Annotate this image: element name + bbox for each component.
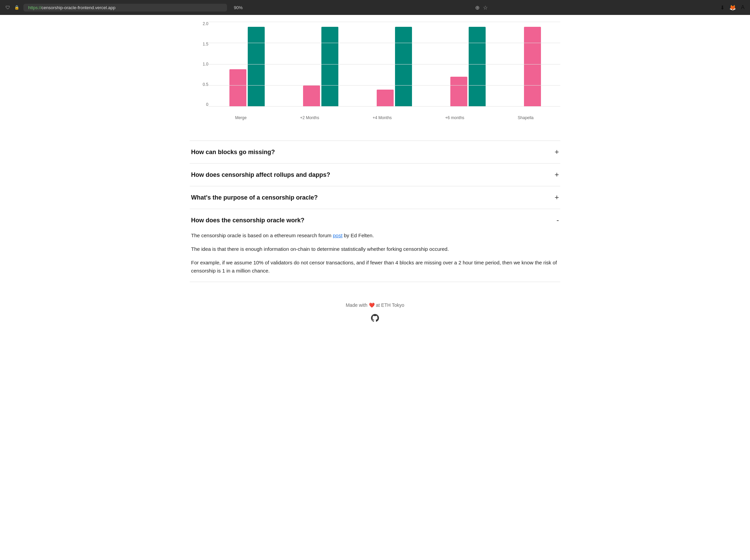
faq-section: How can blocks go missing? + How does ce…	[190, 141, 560, 282]
y-label-0: 0	[190, 102, 208, 107]
translate-button[interactable]: A	[741, 4, 745, 11]
github-icon	[370, 313, 380, 323]
browser-right-icons: ⬇ 🦊 A	[720, 4, 745, 11]
faq-answer-para-2: The idea is that there is enough informa…	[191, 245, 559, 253]
chart-section: 0 0.5 1.0 1.5 2.0	[190, 15, 560, 134]
y-axis: 0 0.5 1.0 1.5 2.0	[190, 22, 208, 107]
y-label-10: 1.0	[190, 62, 208, 66]
x-label-merge: Merge	[235, 115, 247, 120]
at-label: at ETH Tokyo	[376, 302, 405, 308]
faq-answer-para-3: For example, if we assume 10% of validat…	[191, 259, 559, 275]
bar-6months-teal	[469, 27, 486, 107]
faq-toggle-3[interactable]: +	[555, 194, 559, 201]
faq-toggle-1[interactable]: +	[555, 148, 559, 156]
faq-answer-para-1: The censorship oracle is based on a ethe…	[191, 231, 559, 240]
bar-4months-pink	[377, 90, 394, 107]
x-label-4months: +4 Months	[373, 115, 392, 120]
faq-question-4: How does the censorship oracle work?	[191, 217, 304, 224]
chart-group-6months	[450, 27, 486, 107]
x-label-shapella: Shapella	[518, 115, 534, 120]
shield-icon: 🛡	[5, 5, 10, 10]
bar-merge-pink	[229, 69, 246, 107]
lock-icon: 🔒	[14, 5, 19, 10]
bar-pair-6months	[450, 27, 486, 107]
url-bar[interactable]: https://censorship-oracle-frontend.verce…	[23, 4, 227, 12]
faq-answer-4: The censorship oracle is based on a ethe…	[190, 231, 560, 282]
y-label-20: 2.0	[190, 22, 208, 26]
chart-group-merge	[229, 27, 265, 107]
faq-header-4[interactable]: How does the censorship oracle work? -	[190, 209, 560, 231]
y-label-15: 1.5	[190, 42, 208, 46]
bar-merge-teal	[248, 27, 265, 107]
url-domain: censorship-oracle-frontend.vercel.app	[41, 5, 115, 10]
faq-toggle-4[interactable]: -	[557, 217, 559, 224]
bar-pair-merge	[229, 27, 265, 107]
zoom-level: 90%	[234, 5, 243, 10]
faq-item-2: How does censorship affect rollups and d…	[190, 164, 560, 186]
chart-group-4months	[377, 27, 412, 107]
bar-pair-shapella	[524, 27, 541, 107]
download-icon[interactable]: ⬇	[720, 4, 725, 11]
made-with-label: Made with	[346, 302, 368, 308]
footer: Made with ❤️ at ETH Tokyo	[190, 282, 560, 338]
bar-2months-pink	[303, 86, 320, 107]
faq-header-3[interactable]: What's the purpose of a censorship oracl…	[190, 186, 560, 209]
faq-question-3: What's the purpose of a censorship oracl…	[191, 194, 318, 201]
post-link[interactable]: post	[333, 232, 342, 238]
bar-4months-teal	[395, 27, 412, 107]
bar-pair-4months	[377, 27, 412, 107]
bar-pair-2months	[303, 27, 338, 107]
bar-2months-teal	[321, 27, 338, 107]
github-link[interactable]	[370, 313, 380, 324]
faq-item-4: How does the censorship oracle work? - T…	[190, 209, 560, 282]
x-label-6months: +6 months	[445, 115, 464, 120]
faq-question-2: How does censorship affect rollups and d…	[191, 171, 330, 179]
chart-group-2months	[303, 27, 338, 107]
y-label-05: 0.5	[190, 82, 208, 87]
browser-chrome: 🛡 🔒 https://censorship-oracle-frontend.v…	[0, 0, 750, 15]
faq-item-3: What's the purpose of a censorship oracl…	[190, 186, 560, 209]
star-icon[interactable]: ☆	[483, 4, 488, 11]
x-label-2months: +2 Months	[300, 115, 319, 120]
translate-icon[interactable]: ⊕	[475, 4, 480, 11]
chart-bars	[210, 22, 560, 107]
faq-item-1: How can blocks go missing? +	[190, 141, 560, 164]
footer-text: Made with ❤️ at ETH Tokyo	[346, 302, 405, 308]
browser-toolbar-icons: ⊕ ☆	[475, 4, 488, 11]
chart-group-shapella	[524, 27, 541, 107]
faq-header-2[interactable]: How does censorship affect rollups and d…	[190, 164, 560, 186]
extension-icon[interactable]: 🦊	[729, 4, 736, 11]
bar-6months-pink	[450, 77, 467, 107]
page-content: 0 0.5 1.0 1.5 2.0	[182, 15, 568, 338]
faq-toggle-2[interactable]: +	[555, 171, 559, 179]
url-https: https://	[28, 5, 41, 10]
heart-icon: ❤️	[369, 302, 375, 308]
faq-question-1: How can blocks go missing?	[191, 149, 275, 156]
bar-chart: 0 0.5 1.0 1.5 2.0	[190, 22, 560, 120]
faq-header-1[interactable]: How can blocks go missing? +	[190, 141, 560, 163]
chart-x-labels: Merge +2 Months +4 Months +6 months Shap…	[208, 115, 560, 120]
bar-shapella-pink	[524, 27, 541, 107]
